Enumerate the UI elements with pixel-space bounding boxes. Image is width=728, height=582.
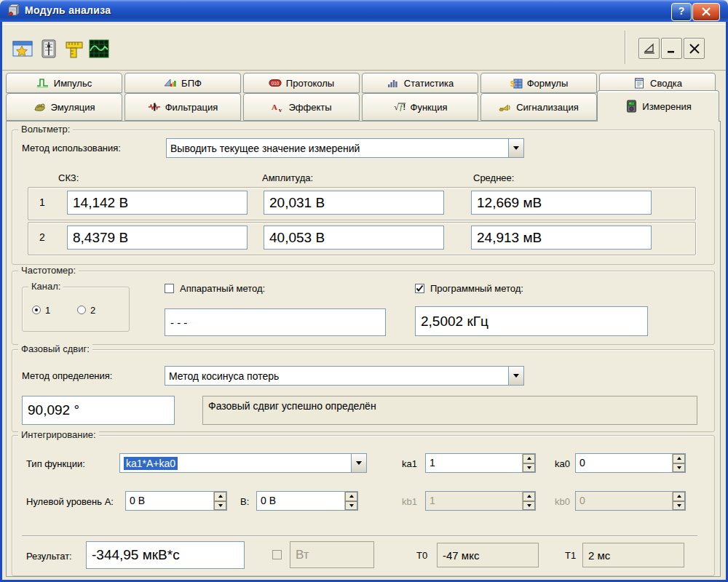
minimize-button[interactable] <box>661 38 682 59</box>
zero-level-b-stepper[interactable]: 0 В <box>256 491 358 511</box>
stepper-down-button[interactable] <box>523 463 535 473</box>
stepper-down-button[interactable] <box>214 501 226 511</box>
stepper-up-button[interactable] <box>523 454 535 463</box>
tab-formulas[interactable]: $ Формулы <box>480 73 597 93</box>
tab-impulse[interactable]: Импульс <box>6 73 122 93</box>
integration-group-title: Интегрирование: <box>18 429 99 440</box>
ruler-icon <box>65 39 84 59</box>
svg-text:!: ! <box>403 103 405 112</box>
filtering-icon <box>148 101 161 113</box>
result-label: Результат: <box>26 551 72 562</box>
stepper-down-button <box>673 501 685 511</box>
ch1-mean-field[interactable]: 12,669 мВ <box>471 191 652 215</box>
hardware-method-value-field[interactable]: - - - <box>165 308 386 336</box>
tab-statistics[interactable]: Статистика <box>362 73 478 93</box>
stepper-value: 0 В <box>257 492 344 510</box>
combobox-dropdown-button[interactable] <box>508 139 523 157</box>
tab-effects[interactable]: A v Эффекты <box>243 93 360 121</box>
window-border-left <box>0 22 2 582</box>
hardware-method-checkbox[interactable] <box>165 284 174 293</box>
software-method-value-field[interactable]: 2,5002 кГц <box>415 306 648 336</box>
radio-dot <box>35 308 38 311</box>
combobox-dropdown-button[interactable] <box>351 454 366 472</box>
ka0-stepper[interactable]: 0 <box>575 453 686 473</box>
tab-function[interactable]: √ f ! Функция <box>362 93 478 121</box>
stepper-up-button[interactable] <box>673 454 685 463</box>
function-type-label: Тип функции: <box>26 458 85 469</box>
tab-label: Эмуляция <box>51 102 95 113</box>
hardware-method-label: Аппаратный метод: <box>180 283 265 294</box>
help-button[interactable]: ? <box>671 3 692 21</box>
ka0-label: ka0 <box>555 458 570 469</box>
stepper-up-button <box>673 492 685 501</box>
channel-2-radio-label: 2 <box>90 305 95 316</box>
tab-label: Измерения <box>642 101 691 112</box>
voltmeter-method-label: Метод использования: <box>22 143 121 154</box>
stepper-down-button <box>523 501 535 511</box>
ch2-amplitude-field[interactable]: 40,053 В <box>264 226 444 250</box>
channel-2-row-label: 2 <box>39 231 45 243</box>
zero-level-b-label: B: <box>240 496 249 507</box>
voltmeter-method-combobox[interactable]: Выводить текущее значение измерений <box>166 138 524 158</box>
instrument-notebook-icon <box>41 39 57 58</box>
summary-icon <box>633 77 646 89</box>
software-method-checkbox[interactable] <box>415 284 424 293</box>
oscilloscope-icon <box>89 39 109 58</box>
result-field[interactable]: -344,95 мкВ*с <box>86 541 245 569</box>
phase-value-field[interactable]: 90,092 ° <box>22 396 175 425</box>
stepper-up-button[interactable] <box>214 492 226 501</box>
signaling-icon <box>499 101 512 113</box>
kb1-label: kb1 <box>402 496 417 507</box>
tab-filtering[interactable]: Фильтрация <box>124 93 241 121</box>
effects-icon: A v <box>271 101 284 113</box>
phase-method-combobox[interactable]: Метод косинуса потерь <box>165 366 524 386</box>
window-star-toolbar-button[interactable] <box>12 38 33 60</box>
zero-level-a-label: Нулевой уровень A: <box>26 496 114 507</box>
tab-measurements[interactable]: Измерения <box>597 90 719 121</box>
close-window-button[interactable] <box>684 38 705 59</box>
t1-field: 2 мс <box>582 543 684 567</box>
stepper-up-button <box>523 492 535 501</box>
ch2-mean-field[interactable]: 24,913 мВ <box>471 226 652 250</box>
zero-level-a-stepper[interactable]: 0 В <box>125 491 227 511</box>
protocols-icon: 010 <box>269 77 282 89</box>
phase-method-label: Метод определения: <box>22 370 112 381</box>
tab-fft[interactable]: БПФ <box>124 73 241 93</box>
function-icon: √ f ! <box>393 101 406 113</box>
integration-separator <box>22 535 697 537</box>
function-type-combobox[interactable]: ka1*A+ka0 <box>119 453 367 473</box>
channel-1-radio[interactable] <box>32 306 41 314</box>
print-button[interactable] <box>638 38 660 59</box>
analysis-module-window: Модуль анализа ? <box>0 0 728 582</box>
ch2-rms-field[interactable]: 8,4379 В <box>67 226 248 250</box>
ch1-amplitude-field[interactable]: 20,031 В <box>264 191 444 215</box>
ka1-stepper[interactable]: 1 <box>425 453 536 473</box>
minimize-icon <box>666 44 678 54</box>
instrument-panel-toolbar-button[interactable] <box>38 38 60 60</box>
ch1-rms-field[interactable]: 14,142 В <box>67 191 248 215</box>
mean-column-header: Среднее: <box>473 172 514 183</box>
tab-protocols[interactable]: 010 Протоколы <box>243 73 360 93</box>
stepper-down-button[interactable] <box>673 463 685 473</box>
svg-text:√: √ <box>394 103 399 113</box>
combobox-dropdown-button[interactable] <box>508 367 523 385</box>
svg-text:$: $ <box>510 79 515 88</box>
phase-status-panel: Фазовый сдвиг успешно определён <box>202 396 697 425</box>
titlebar-close-button[interactable] <box>692 3 720 21</box>
stepper-down-button[interactable] <box>345 501 357 511</box>
titlebar[interactable]: Модуль анализа ? <box>0 0 728 22</box>
combobox-value: Метод косинуса потерь <box>165 370 508 382</box>
channel-2-radio[interactable] <box>77 306 86 314</box>
tab-signaling[interactable]: Сигнализация <box>480 93 597 121</box>
svg-text:A: A <box>272 103 277 111</box>
stepper-up-button[interactable] <box>345 492 357 501</box>
stepper-value: 0 В <box>126 492 213 510</box>
ruler-toolbar-button[interactable] <box>63 38 85 60</box>
tab-emulation[interactable]: Эмуляция <box>6 93 122 121</box>
oscilloscope-toolbar-button[interactable] <box>88 38 110 60</box>
formulas-icon: $ <box>510 77 523 89</box>
chevron-down-icon <box>356 461 362 465</box>
ka1-label: ka1 <box>402 458 417 469</box>
statistics-icon <box>387 77 400 89</box>
tab-label: Эффекты <box>288 102 331 113</box>
